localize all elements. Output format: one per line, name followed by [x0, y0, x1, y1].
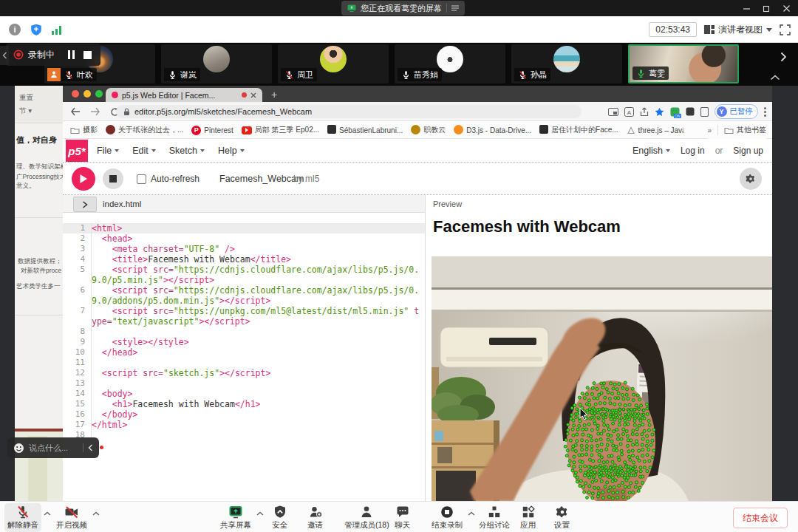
bookmark-item[interactable]: 职教云 — [411, 125, 446, 136]
code-line[interactable]: 8 — [63, 327, 425, 337]
participant-tile[interactable]: 周卫 — [278, 44, 389, 83]
auto-refresh-checkbox[interactable] — [137, 174, 146, 184]
chat-collapse-chevron[interactable] — [88, 444, 93, 451]
toolbar-camera-off[interactable]: 开启视频 — [53, 503, 100, 532]
menu-sketch[interactable]: Sketch — [169, 146, 205, 156]
sidebar-expander-button[interactable] — [73, 197, 97, 212]
pip-icon[interactable] — [608, 108, 618, 116]
translate-icon[interactable]: A — [624, 107, 634, 117]
bookmark-item[interactable]: SébastienLabruni... — [327, 125, 403, 135]
participant-tile[interactable]: 谢岚 — [161, 44, 272, 83]
code-line[interactable]: 14 <body> — [63, 389, 425, 399]
tab-close-icon[interactable] — [250, 92, 256, 98]
bookmark-item[interactable]: 摄影 — [70, 125, 98, 135]
signup-link[interactable]: Sign up — [733, 146, 763, 156]
toolbar-invite[interactable]: 邀请 — [304, 503, 326, 532]
other-bookmarks-folder[interactable]: 其他书签 — [724, 125, 766, 135]
toolbar-shield[interactable]: 安全 — [269, 503, 290, 532]
traffic-close-button[interactable] — [72, 90, 79, 98]
chat-input-placeholder[interactable]: 说点什么... — [29, 443, 78, 454]
toolbar-share-screen[interactable]: 共享屏幕 — [217, 503, 264, 532]
bookmark-item[interactable]: 关于纸张的过去，... — [106, 125, 183, 136]
participant-tile[interactable]: 苗秀娟 — [395, 44, 505, 83]
toolbar-mic-muted[interactable]: 解除静音 — [4, 503, 51, 532]
pill-menu-icon[interactable] — [451, 5, 459, 11]
address-bar[interactable]: editor.p5js.org/ml5/sketches/Facemesh_We… — [116, 105, 582, 118]
share-icon[interactable] — [640, 107, 649, 117]
traffic-minimize-button[interactable] — [83, 90, 91, 98]
bookmark-item[interactable]: 局部 第三季 Ep02... — [242, 125, 319, 135]
code-line[interactable]: 3 <meta charset="UTF-8" /> — [63, 244, 425, 254]
code-line[interactable]: 4 <title>Facemesh with Webcam</title> — [63, 254, 425, 265]
sketch-name[interactable]: Facemesh_Webcam — [219, 174, 304, 184]
bookmark-item[interactable]: PPinterest — [191, 126, 233, 135]
toolbar-stop-record[interactable]: 结束录制 — [429, 503, 475, 532]
code-line[interactable]: 15 <h1>Facemesh with Webcam</h1> — [63, 399, 425, 409]
code-line[interactable]: 5 <script src="https://cdnjs.cloudflare.… — [63, 265, 425, 285]
stop-recording-button[interactable] — [83, 51, 92, 59]
stop-button[interactable] — [103, 168, 123, 189]
emoji-icon[interactable] — [13, 443, 24, 454]
language-menu[interactable]: English — [632, 146, 670, 156]
encryption-shield-icon[interactable] — [30, 24, 42, 36]
new-tab-button[interactable]: + — [271, 88, 277, 102]
chevron-up-icon[interactable] — [44, 511, 51, 516]
extension-on-icon[interactable]: ON — [670, 107, 680, 117]
forward-icon[interactable] — [90, 107, 100, 116]
code-line[interactable]: 2 <head> — [63, 233, 425, 244]
play-button[interactable] — [72, 167, 95, 191]
menu-edit[interactable]: Edit — [132, 146, 156, 156]
bookmark-item[interactable]: three.js – JavaScri... — [627, 126, 683, 134]
traffic-zoom-button[interactable] — [95, 90, 103, 98]
meeting-info-icon[interactable]: i — [9, 24, 21, 35]
chevron-up-icon[interactable] — [92, 511, 100, 516]
extension-pin-icon[interactable] — [686, 107, 695, 116]
code-line[interactable]: 9 <style></style> — [63, 337, 425, 347]
next-participants-button[interactable] — [774, 46, 792, 68]
code-editor[interactable]: 1<html>2 <head>3 <meta charset="UTF-8" /… — [63, 213, 425, 501]
browser-menu-icon[interactable] — [764, 107, 766, 117]
fullscreen-icon[interactable] — [780, 24, 791, 35]
connection-signal-icon[interactable] — [52, 25, 63, 35]
code-line[interactable]: 11 — [63, 358, 425, 368]
bookmarks-overflow-chevron[interactable]: » — [707, 126, 712, 134]
preferences-button[interactable] — [740, 168, 762, 190]
back-icon[interactable] — [70, 107, 81, 116]
profile-pill[interactable]: Y 已暂停 — [715, 104, 759, 119]
pause-recording-button[interactable] — [68, 50, 75, 59]
chevron-up-icon[interactable] — [256, 511, 264, 516]
minimize-button[interactable] — [743, 4, 751, 13]
toolbar-chat[interactable]: 聊天 — [392, 503, 413, 532]
browser-tab-active[interactable]: p5.js Web Editor | Facem... — [106, 88, 262, 102]
bookmark-item[interactable]: D3.js - Data-Drive... — [454, 125, 531, 136]
p5-logo[interactable]: p5* — [66, 140, 88, 162]
chat-quick-input[interactable]: 说点什么... — [7, 437, 99, 458]
code-line[interactable]: 13 — [63, 378, 425, 389]
collapse-strip-chevron[interactable] — [770, 75, 780, 81]
close-button[interactable] — [782, 4, 791, 13]
code-line[interactable]: 6 <script src="https://cdnjs.cloudflare.… — [63, 285, 425, 306]
watching-screen-pill[interactable]: 您正在观看葛雯的屏幕 — [341, 1, 465, 16]
code-line[interactable]: 16 </body> — [63, 409, 425, 420]
login-link[interactable]: Log in — [681, 146, 705, 156]
participant-tile[interactable]: 葛雯 — [628, 44, 739, 83]
toolbar-participants[interactable]: 管理成员(18) — [341, 503, 392, 532]
code-line[interactable]: 12 <script src="sketch.js"></script> — [63, 368, 425, 378]
bookmark-star-icon[interactable] — [655, 107, 664, 117]
participant-tile[interactable]: 孙晶 — [511, 44, 622, 83]
bookmark-item[interactable]: 居住计划中的Face... — [539, 125, 618, 135]
code-line[interactable]: 1<html> — [63, 223, 425, 233]
toolbar-settings[interactable]: 设置 — [551, 503, 573, 532]
device-toolbar-icon[interactable] — [700, 107, 709, 117]
view-mode-button[interactable]: 演讲者视图 — [704, 24, 772, 36]
toolbar-apps[interactable]: 应用 — [517, 503, 539, 532]
chevron-up-icon[interactable] — [468, 511, 475, 516]
maximize-button[interactable] — [763, 4, 771, 13]
code-line[interactable]: 18 — [63, 430, 425, 440]
toolbar-breakout[interactable]: 分组讨论 — [476, 503, 513, 532]
end-meeting-button[interactable]: 结束会议 — [733, 508, 788, 528]
code-line[interactable]: 7 <script src="https://unpkg.com/ml5@lat… — [63, 306, 425, 327]
menu-file[interactable]: File — [97, 146, 119, 156]
file-tab-indexhtml[interactable]: index.html — [103, 200, 141, 208]
code-line[interactable]: 17</html> — [63, 420, 425, 430]
